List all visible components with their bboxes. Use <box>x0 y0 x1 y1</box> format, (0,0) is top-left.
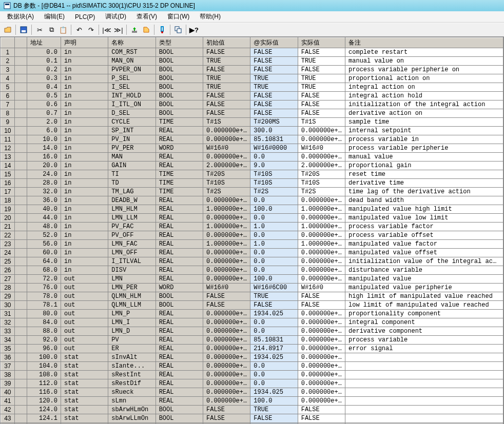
cell-actual-value[interactable]: 0.000000e+000 <box>298 135 345 144</box>
cell-comment[interactable]: dead band width <box>345 196 503 205</box>
cell-comment[interactable]: manipulated value peripherie <box>345 284 503 292</box>
cell-actual-value[interactable]: FALSE <box>298 100 345 109</box>
cell-actual-value-online[interactable]: 1934.025 <box>250 310 298 318</box>
cell-actual-value[interactable]: 0.000000e+000 <box>298 214 345 223</box>
table-row[interactable]: 80.7inD_SELBOOLFALSEFALSEFALSEderivative… <box>1 109 503 118</box>
row-number[interactable]: 25 <box>1 257 15 266</box>
cell-actual-value-online[interactable]: FALSE <box>250 414 298 423</box>
cell-actual-value-online[interactable]: T#10S <box>250 179 298 188</box>
table-row[interactable]: 3180.0outLMN_PREAL0.000000e+0001934.0250… <box>1 310 503 318</box>
cell-actual-value-online[interactable]: T#200MS <box>250 118 298 127</box>
cell-actual-value[interactable]: 0.000000e+000 <box>298 231 345 240</box>
row-number[interactable]: 18 <box>1 196 15 205</box>
cell-comment[interactable]: manual value <box>345 153 503 161</box>
row-number[interactable]: 9 <box>1 118 15 127</box>
cell-comment[interactable] <box>345 362 503 371</box>
cell-actual-value-online[interactable]: T#10S <box>250 170 298 179</box>
cell-actual-value[interactable]: FALSE <box>298 66 345 74</box>
table-row[interactable]: 1732.0inTM_LAGTIMET#2ST#2ST#2Stime lag o… <box>1 188 503 196</box>
cell-actual-value[interactable]: 0.000000e+000 <box>298 127 345 135</box>
cell-actual-value[interactable]: 0.000000e+000 <box>298 371 345 379</box>
row-number[interactable]: 30 <box>1 301 15 310</box>
cell-actual-value[interactable]: 0.000000e+000 <box>298 345 345 353</box>
table-row[interactable]: 1214.0inPV_PERWORDW#16#0W#16#0000W#16#0p… <box>1 144 503 153</box>
table-row[interactable]: 106.0inSP_INTREAL0.000000e+000300.00.000… <box>1 127 503 135</box>
cell-actual-value[interactable]: 0.000000e+000 <box>298 336 345 345</box>
table-row[interactable]: 42124.0statsbArwHLmOnBOOLFALSETRUEFALSE <box>1 406 503 414</box>
undo-icon[interactable]: ↶ <box>73 24 85 35</box>
cell-actual-value-online[interactable]: 100.0 <box>250 397 298 406</box>
cell-actual-value[interactable]: 0.000000e+000 <box>298 249 345 257</box>
table-row[interactable]: 60.5inINT_HOLDBOOLFALSEFALSEFALSEintegra… <box>1 92 503 100</box>
cell-actual-value[interactable]: 2.000000e+000 <box>298 161 345 170</box>
row-number[interactable]: 29 <box>1 292 15 301</box>
cell-comment[interactable]: initialization value of the integral act… <box>345 257 503 266</box>
cell-actual-value[interactable]: T#20S <box>298 170 345 179</box>
col-header-address[interactable]: 地址 <box>27 38 61 48</box>
cell-comment[interactable]: process variable peripherie <box>345 144 503 153</box>
cell-comment[interactable]: proportional gain <box>345 161 503 170</box>
cell-actual-value-online[interactable]: FALSE <box>250 48 298 57</box>
row-number[interactable]: 23 <box>1 240 15 249</box>
cell-actual-value-online[interactable]: 1.0 <box>250 240 298 249</box>
cell-actual-value-online[interactable]: 100.0 <box>250 205 298 214</box>
table-row[interactable]: 40.3inP_SELBOOLTRUETRUETRUEproportional … <box>1 74 503 83</box>
cell-actual-value[interactable]: 0.000000e+000 <box>298 362 345 371</box>
row-number[interactable]: 4 <box>1 74 15 83</box>
cell-actual-value[interactable]: FALSE <box>298 406 345 414</box>
table-row[interactable]: 30.2inPVPER_ONBOOLFALSEFALSEFALSEprocess… <box>1 66 503 74</box>
cell-actual-value-online[interactable]: TRUE <box>250 292 298 301</box>
cell-comment[interactable]: process variable in <box>345 135 503 144</box>
cell-actual-value[interactable]: W#16#0 <box>298 284 345 292</box>
cell-actual-value[interactable]: 1.000000e+002 <box>298 205 345 214</box>
table-row[interactable]: 3388.0outLMN_DREAL0.000000e+0000.00.0000… <box>1 327 503 336</box>
cell-actual-value-online[interactable]: 0.0 <box>250 318 298 327</box>
cell-actual-value[interactable]: 0.000000e+000 <box>298 397 345 406</box>
cell-actual-value-online[interactable]: 0.0 <box>250 257 298 266</box>
monitor-icon[interactable] <box>157 24 168 35</box>
cell-actual-value[interactable]: TRUE <box>298 83 345 92</box>
cell-comment[interactable]: process variable offset <box>345 231 503 240</box>
table-row[interactable]: 38108.0statsRestIntREAL0.000000e+0000.00… <box>1 371 503 379</box>
cell-comment[interactable]: derivative action on <box>345 109 503 118</box>
menu-help[interactable]: 帮助(H) <box>196 11 225 22</box>
row-number[interactable]: 27 <box>1 275 15 284</box>
cell-actual-value[interactable]: T#1S <box>298 118 345 127</box>
cell-actual-value-online[interactable]: TRUE <box>250 406 298 414</box>
goto-first-icon[interactable]: |≪ <box>101 24 112 35</box>
row-number[interactable]: 11 <box>1 135 15 144</box>
cell-actual-value-online[interactable]: 0.0 <box>250 231 298 240</box>
table-row[interactable]: 2044.0inLMN_LLMREAL0.000000e+0000.00.000… <box>1 214 503 223</box>
row-number[interactable]: 38 <box>1 371 15 379</box>
cell-actual-value-online[interactable]: FALSE <box>250 66 298 74</box>
cell-actual-value-online[interactable]: 0.0 <box>250 196 298 205</box>
cell-actual-value[interactable]: T#2S <box>298 188 345 196</box>
goto-last-icon[interactable]: ≫| <box>113 24 124 35</box>
cell-comment[interactable]: process variable factor <box>345 223 503 231</box>
row-number[interactable]: 21 <box>1 223 15 231</box>
cell-actual-value-online[interactable]: 300.0 <box>250 127 298 135</box>
col-header-actual-value-online[interactable]: @实际值 <box>250 38 298 48</box>
row-number[interactable]: 24 <box>1 249 15 257</box>
cell-actual-value[interactable]: 0.000000e+000 <box>298 196 345 205</box>
cell-actual-value[interactable]: 0.000000e+000 <box>298 153 345 161</box>
cell-comment[interactable]: proportional action on <box>345 74 503 83</box>
cell-actual-value-online[interactable]: 0.0 <box>250 249 298 257</box>
cell-actual-value[interactable]: FALSE <box>298 109 345 118</box>
cell-actual-value[interactable]: TRUE <box>298 57 345 66</box>
redo-icon[interactable]: ↷ <box>85 24 96 35</box>
table-row[interactable]: 2978.0outQLMN_HLMBOOLFALSETRUEFALSEhigh … <box>1 292 503 301</box>
save-icon[interactable] <box>18 24 29 35</box>
col-spacer[interactable] <box>14 38 27 48</box>
table-row[interactable]: 2356.0inLMN_FACREAL1.000000e+0001.01.000… <box>1 240 503 249</box>
cell-actual-value-online[interactable]: 85.10831 <box>250 336 298 345</box>
table-row[interactable]: 10.0inCOM_RSTBOOLFALSEFALSEFALSEcomplete… <box>1 48 503 57</box>
data-grid[interactable]: 地址 声明 名称 类型 初始值 @实际值 实际值 备注 10.0inCOM_RS… <box>0 37 504 424</box>
row-number[interactable]: 14 <box>1 161 15 170</box>
cell-comment[interactable] <box>345 388 503 397</box>
col-header-comment[interactable]: 备注 <box>345 38 503 48</box>
cell-actual-value-online[interactable]: FALSE <box>250 100 298 109</box>
row-number[interactable]: 26 <box>1 266 15 275</box>
menu-window[interactable]: 窗口(W) <box>163 11 193 22</box>
row-number[interactable]: 28 <box>1 284 15 292</box>
